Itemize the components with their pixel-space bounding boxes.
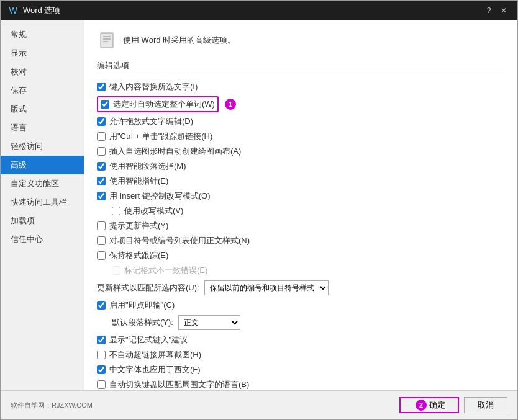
title-bar: W Word 选项 ? ✕ — [1, 1, 517, 20]
checkbox-opt12[interactable]: 保持格式跟踪(E) — [97, 250, 168, 261]
checkbox-autocomplete[interactable]: 启用"即点即输"(C) — [97, 300, 175, 311]
default-style-row: 默认段落样式(Y): 正文 — [97, 313, 505, 333]
checkbox-opt5-label: 插入自选图形时自动创建绘图画布(A) — [109, 146, 241, 157]
default-style-label: 默认段落样式(Y): — [112, 317, 173, 328]
checkbox-opt8[interactable]: 用 Insert 键控制改写模式(O) — [97, 190, 211, 202]
checkbox-opt1-input[interactable] — [97, 83, 106, 91]
option-row-14: 显示"记忆式键入"建议 — [97, 333, 505, 347]
help-button[interactable]: ? — [483, 4, 495, 17]
badge-1: 1 — [225, 99, 236, 110]
option-row-10: 提示更新样式(Y) — [97, 218, 505, 233]
checkbox-opt8-label: 用 Insert 键控制改写模式(O) — [109, 190, 211, 202]
option-row-8: 用 Insert 键控制改写模式(O) — [97, 189, 505, 203]
sidebar-item-quick-access[interactable]: 快速访问工具栏 — [1, 193, 84, 212]
badge-2: 2 — [416, 400, 427, 411]
sidebar-item-display[interactable]: 显示 — [1, 44, 84, 63]
checkbox-opt12-input[interactable] — [97, 251, 106, 260]
checkbox-opt2-input[interactable] — [101, 100, 109, 109]
checkbox-opt16-input[interactable] — [97, 365, 106, 374]
checkbox-opt3[interactable]: 允许拖放式文字编辑(D) — [97, 116, 193, 127]
cancel-button[interactable]: 取消 — [464, 397, 507, 413]
watermark: 软件自学网：RJZXW.COM — [11, 401, 394, 410]
sidebar-item-format[interactable]: 版式 — [1, 100, 84, 118]
checkbox-opt4-input[interactable] — [97, 132, 106, 141]
dialog-body: 常规显示校对保存版式语言轻松访问高级自定义功能区快速访问工具栏加载项信任中心 使… — [1, 20, 517, 390]
checkbox-opt11[interactable]: 对项目符号或编号列表使用正文样式(N) — [97, 235, 250, 246]
checkbox-opt2[interactable]: 选定时自动选定整个单词(W) — [97, 96, 219, 112]
main-content: 使用 Word 时采用的高级选项。 编辑选项 键入内容替换所选文字(I) — [84, 20, 517, 390]
checkbox-opt2-label: 选定时自动选定整个单词(W) — [113, 99, 215, 110]
default-style-select[interactable]: 正文 — [178, 315, 240, 330]
checkbox-opt9-label: 使用改写模式(V) — [124, 205, 183, 217]
checkbox-opt7-label: 使用智能指针(E) — [109, 176, 168, 187]
checkbox-opt6-label: 使用智能段落选择(M) — [109, 161, 186, 172]
sidebar-item-language[interactable]: 语言 — [1, 118, 84, 137]
header-text: 使用 Word 时采用的高级选项。 — [123, 35, 235, 46]
close-button[interactable]: ✕ — [498, 4, 510, 17]
checkbox-opt6-input[interactable] — [97, 162, 106, 171]
update-style-label: 更新样式以匹配所选内容(U): — [97, 282, 199, 293]
ok-label: 确定 — [429, 400, 445, 411]
checkbox-opt1[interactable]: 键入内容替换所选文字(I) — [97, 81, 198, 92]
checkbox-opt9-input[interactable] — [112, 207, 120, 215]
section-header: 使用 Word 时采用的高级选项。 — [97, 30, 505, 50]
option-row-3: 允许拖放式文字编辑(D) — [97, 114, 505, 129]
sidebar-item-general[interactable]: 常规 — [1, 25, 84, 44]
title-bar-left: W Word 选项 — [8, 5, 60, 16]
checkbox-opt5-input[interactable] — [97, 147, 106, 156]
sidebar-item-trust-center[interactable]: 信任中心 — [1, 230, 84, 249]
sidebar-item-proofing[interactable]: 校对 — [1, 63, 84, 81]
dialog-footer: 软件自学网：RJZXW.COM 2 确定 取消 — [1, 390, 517, 419]
option-row-12: 保持格式跟踪(E) — [97, 248, 505, 263]
sidebar-item-advanced[interactable]: 高级 — [1, 156, 84, 174]
word-options-dialog: W Word 选项 ? ✕ 常规显示校对保存版式语言轻松访问高级自定义功能区快速… — [0, 0, 518, 420]
option-row-16: 中文字体也应用于西文(F) — [97, 362, 505, 377]
option-row-4: 用"Ctrl + 单击"跟踪超链接(H) — [97, 129, 505, 144]
update-style-select[interactable]: 保留以前的编号和项目符号样式 — [204, 280, 329, 295]
checkbox-opt14-input[interactable] — [97, 336, 106, 344]
checkbox-opt12-label: 保持格式跟踪(E) — [109, 250, 168, 261]
checkbox-opt14[interactable]: 显示"记忆式键入"建议 — [97, 334, 188, 346]
sidebar-item-save[interactable]: 保存 — [1, 81, 84, 100]
sidebar-item-customize-ribbon[interactable]: 自定义功能区 — [1, 174, 84, 193]
checkbox-opt13-input — [112, 266, 120, 275]
checkbox-opt5[interactable]: 插入自选图形时自动创建绘图画布(A) — [97, 146, 241, 157]
sidebar-item-accessibility[interactable]: 轻松访问 — [1, 137, 84, 156]
checkbox-opt11-input[interactable] — [97, 236, 106, 245]
checkbox-opt10-label: 提示更新样式(Y) — [109, 220, 168, 231]
checkbox-opt15[interactable]: 不自动超链接屏幕截图(H) — [97, 349, 201, 360]
update-style-row: 更新样式以匹配所选内容(U): 保留以前的编号和项目符号样式 — [97, 278, 505, 298]
checkbox-opt4-label: 用"Ctrl + 单击"跟踪超链接(H) — [109, 131, 212, 142]
checkbox-opt8-input[interactable] — [97, 192, 106, 200]
checkbox-opt6[interactable]: 使用智能段落选择(M) — [97, 161, 186, 172]
checkbox-autocomplete-label: 启用"即点即输"(C) — [109, 300, 175, 311]
edit-options-section: 编辑选项 键入内容替换所选文字(I) 选定时自动选定整个单词(W) — [97, 60, 505, 390]
option-row-1: 键入内容替换所选文字(I) — [97, 79, 505, 94]
checkbox-opt15-label: 不自动超链接屏幕截图(H) — [109, 349, 201, 360]
dialog-title: Word 选项 — [23, 5, 60, 16]
main-scroll[interactable]: 使用 Word 时采用的高级选项。 编辑选项 键入内容替换所选文字(I) — [84, 20, 517, 390]
ok-button[interactable]: 2 确定 — [399, 397, 459, 413]
option-row-2: 选定时自动选定整个单词(W) 1 — [97, 94, 505, 114]
sidebar-item-addins[interactable]: 加载项 — [1, 212, 84, 230]
checkbox-opt7[interactable]: 使用智能指针(E) — [97, 176, 168, 187]
option-row-5: 插入自选图形时自动创建绘图画布(A) — [97, 144, 505, 159]
checkbox-opt17-input[interactable] — [97, 380, 106, 389]
option-row-17: 自动切换键盘以匹配周围文字的语言(B) — [97, 377, 505, 390]
checkbox-opt9[interactable]: 使用改写模式(V) — [112, 205, 183, 217]
checkbox-opt3-input[interactable] — [97, 117, 106, 126]
checkbox-autocomplete-input[interactable] — [97, 301, 106, 310]
checkbox-opt15-input[interactable] — [97, 351, 106, 359]
option-row-15: 不自动超链接屏幕截图(H) — [97, 347, 505, 362]
checkbox-opt17[interactable]: 自动切换键盘以匹配周围文字的语言(B) — [97, 379, 249, 390]
checkbox-opt16[interactable]: 中文字体也应用于西文(F) — [97, 364, 201, 375]
checkbox-opt10-input[interactable] — [97, 221, 106, 230]
checkbox-opt4[interactable]: 用"Ctrl + 单击"跟踪超链接(H) — [97, 131, 212, 142]
checkbox-opt13: 标记格式不一致错误(E) — [112, 265, 207, 276]
checkbox-opt7-input[interactable] — [97, 177, 106, 185]
checkbox-opt10[interactable]: 提示更新样式(Y) — [97, 220, 168, 231]
checkbox-opt13-label: 标记格式不一致错误(E) — [124, 265, 207, 276]
checkbox-opt1-label: 键入内容替换所选文字(I) — [109, 81, 198, 92]
checkbox-opt14-label: 显示"记忆式键入"建议 — [109, 334, 188, 346]
option-row-9: 使用改写模式(V) — [97, 203, 505, 218]
